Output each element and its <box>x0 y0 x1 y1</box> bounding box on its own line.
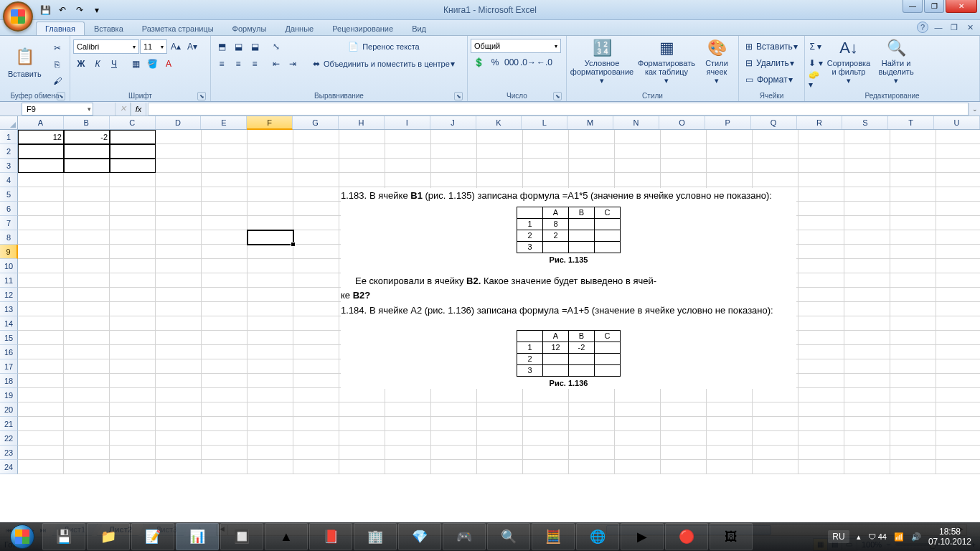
cell[interactable] <box>523 446 569 460</box>
cell[interactable] <box>248 460 293 474</box>
worksheet-grid[interactable]: ABCDEFGHIJKLMNOPQRSTU 112-22345678910111… <box>0 116 980 522</box>
cell[interactable] <box>844 302 890 316</box>
taskbar-item[interactable]: ▲ <box>265 523 308 550</box>
cell[interactable] <box>202 130 248 144</box>
taskbar-item[interactable]: 🖼 <box>710 523 753 550</box>
taskbar-item[interactable]: 📕 <box>309 523 352 550</box>
cell[interactable] <box>293 417 339 431</box>
cell[interactable] <box>64 216 110 230</box>
cell[interactable] <box>431 431 477 446</box>
taskbar-item[interactable]: 📝 <box>131 523 174 550</box>
cell[interactable] <box>707 460 753 474</box>
cell[interactable] <box>110 302 156 316</box>
cell[interactable] <box>248 202 293 216</box>
cell[interactable] <box>248 130 293 144</box>
cell[interactable] <box>110 159 156 173</box>
cell[interactable] <box>798 345 844 359</box>
cell[interactable] <box>431 144 477 159</box>
cell[interactable] <box>18 374 64 388</box>
cell[interactable] <box>890 446 936 460</box>
column-header[interactable]: E <box>201 116 247 129</box>
column-header[interactable]: D <box>156 116 202 129</box>
percent-icon[interactable]: % <box>487 55 503 70</box>
cell[interactable] <box>156 446 202 460</box>
cell[interactable] <box>661 130 707 144</box>
cell[interactable] <box>64 259 110 273</box>
cell[interactable] <box>293 130 339 144</box>
cell[interactable] <box>18 402 64 417</box>
cell[interactable] <box>615 402 661 417</box>
cell[interactable] <box>798 245 844 259</box>
cell[interactable] <box>798 216 844 230</box>
cell[interactable] <box>936 245 980 259</box>
minimize-button[interactable]: — <box>903 0 923 13</box>
column-header[interactable]: B <box>64 116 110 129</box>
cell[interactable] <box>339 402 385 417</box>
cell[interactable] <box>110 402 156 417</box>
cell[interactable] <box>385 173 431 187</box>
cell[interactable] <box>661 173 707 187</box>
cell[interactable] <box>18 331 64 345</box>
align-center-icon[interactable]: ≡ <box>230 56 246 72</box>
cell[interactable] <box>339 446 385 460</box>
cell[interactable] <box>890 216 936 230</box>
tab-insert[interactable]: Вставка <box>85 22 133 35</box>
cell[interactable] <box>248 302 293 316</box>
taskbar-item[interactable]: 💾 <box>42 523 85 550</box>
cell[interactable] <box>64 273 110 288</box>
cell[interactable] <box>156 460 202 474</box>
fill-icon[interactable]: ⬇ ▾ <box>808 55 824 71</box>
cell[interactable] <box>936 345 980 359</box>
cell[interactable] <box>523 159 569 173</box>
cell[interactable] <box>569 431 615 446</box>
cell[interactable] <box>248 187 293 202</box>
cell[interactable] <box>293 216 339 230</box>
cell[interactable] <box>18 202 64 216</box>
cell[interactable] <box>248 417 293 431</box>
cell[interactable] <box>293 144 339 159</box>
cell[interactable] <box>707 431 753 446</box>
input-language[interactable]: RU <box>828 530 849 543</box>
cell[interactable] <box>844 374 890 388</box>
cell[interactable] <box>890 187 936 202</box>
cell[interactable] <box>202 460 248 474</box>
row-header[interactable]: 21 <box>0 417 18 431</box>
column-header[interactable]: O <box>659 116 705 129</box>
qat-save[interactable]: 💾 <box>37 2 53 18</box>
cell[interactable] <box>18 144 64 159</box>
cell[interactable] <box>936 331 980 345</box>
cell[interactable] <box>385 159 431 173</box>
cell[interactable] <box>890 202 936 216</box>
cell[interactable] <box>844 173 890 187</box>
cell[interactable] <box>385 417 431 431</box>
format-as-table-button[interactable]: ▦Форматировать как таблицу ▾ <box>637 37 696 86</box>
row-header[interactable]: 5 <box>0 187 18 202</box>
align-right-icon[interactable]: ≡ <box>247 56 263 72</box>
cell[interactable] <box>661 446 707 460</box>
cell[interactable] <box>844 316 890 331</box>
cell[interactable] <box>64 388 110 402</box>
cell[interactable] <box>110 359 156 374</box>
column-header[interactable]: K <box>476 116 522 129</box>
column-header[interactable]: H <box>339 116 385 129</box>
cell[interactable] <box>248 273 293 288</box>
cell[interactable] <box>936 187 980 202</box>
cell[interactable] <box>339 417 385 431</box>
cell[interactable] <box>293 345 339 359</box>
cell[interactable] <box>936 446 980 460</box>
cell[interactable] <box>156 245 202 259</box>
cell[interactable] <box>707 388 753 402</box>
cell[interactable] <box>202 446 248 460</box>
cell[interactable] <box>293 374 339 388</box>
help-icon[interactable]: ? <box>917 22 928 33</box>
cell[interactable] <box>844 345 890 359</box>
cell[interactable]: 12 <box>18 130 64 144</box>
taskbar-item[interactable]: 🔍 <box>487 523 530 550</box>
cut-button[interactable]: ✂ <box>50 40 65 56</box>
cell[interactable] <box>18 345 64 359</box>
cell[interactable] <box>64 359 110 374</box>
tab-home[interactable]: Главная <box>36 22 85 35</box>
align-bottom-icon[interactable]: ⬓ <box>247 39 263 55</box>
row-header[interactable]: 9 <box>0 245 18 259</box>
cell[interactable] <box>798 130 844 144</box>
